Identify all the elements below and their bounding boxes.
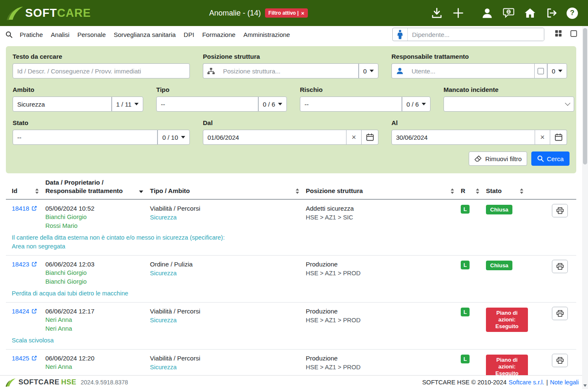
sort-icon[interactable] bbox=[476, 188, 479, 194]
al-clear-icon[interactable]: × bbox=[535, 130, 550, 145]
row-tipo: Viabilità / Percorsi bbox=[150, 354, 306, 363]
testo-input[interactable] bbox=[13, 63, 190, 78]
footer-company-link[interactable]: Softcare s.r.l. bbox=[509, 379, 544, 386]
responsabile-input[interactable] bbox=[407, 63, 535, 78]
add-icon[interactable] bbox=[452, 7, 465, 19]
nav-item-pratiche[interactable]: Pratiche bbox=[20, 31, 43, 38]
dal-calendar-icon[interactable] bbox=[362, 130, 378, 145]
row-id-link[interactable]: 18424 bbox=[12, 308, 29, 315]
row-owner[interactable]: Bianchi Giorgio bbox=[45, 269, 150, 277]
row-owner[interactable]: Neri Anna bbox=[45, 316, 150, 324]
posizione-input[interactable] bbox=[219, 63, 359, 78]
external-link-icon[interactable] bbox=[32, 355, 37, 361]
mancato-incidente-select[interactable] bbox=[444, 97, 574, 112]
nav-item-sorveglianza-sanitaria[interactable]: Sorveglianza sanitaria bbox=[114, 31, 176, 38]
responsabile-count-dropdown[interactable]: 0 bbox=[547, 63, 567, 78]
sitemap-icon bbox=[203, 63, 219, 78]
printer-icon bbox=[556, 263, 564, 270]
employee-search-input[interactable] bbox=[408, 28, 544, 41]
stato-input[interactable] bbox=[13, 130, 158, 145]
footer-legal-link[interactable]: Note legali bbox=[550, 379, 579, 386]
row-data-cell: 05/06/2024 10:52 Bianchi Giorgio Rossi M… bbox=[45, 204, 150, 230]
print-button[interactable] bbox=[552, 260, 568, 273]
status-badge: Piano di azioni: Eseguito bbox=[486, 308, 528, 332]
external-link-icon[interactable] bbox=[32, 206, 37, 211]
external-link-icon[interactable] bbox=[32, 308, 37, 314]
row-id-link[interactable]: 18418 bbox=[12, 205, 29, 212]
posizione-count: 0 bbox=[363, 68, 367, 75]
header-stato-label: Stato bbox=[486, 187, 502, 195]
print-button[interactable] bbox=[552, 354, 568, 367]
field-rischio: Rischio 0 / 6 bbox=[300, 86, 430, 112]
tipo-count-dropdown[interactable]: 0 / 6 bbox=[258, 97, 287, 112]
external-link-icon[interactable] bbox=[32, 261, 37, 267]
row-owner[interactable]: Bianchi Giorgio bbox=[45, 213, 150, 222]
ambito-count-dropdown[interactable]: 1 / 11 bbox=[112, 97, 143, 112]
nav-item-analisi[interactable]: Analisi bbox=[51, 31, 69, 38]
row-id-cell: 18418 bbox=[12, 204, 45, 212]
sort-icon[interactable] bbox=[451, 188, 454, 194]
row-id-cell: 18424 bbox=[12, 307, 45, 315]
vertical-scrollbar[interactable] bbox=[582, 26, 588, 389]
dal-clear-icon[interactable]: × bbox=[346, 130, 362, 145]
download-icon[interactable] bbox=[430, 7, 443, 19]
row-ambito: Sicurezza bbox=[150, 269, 306, 278]
print-button[interactable] bbox=[552, 204, 568, 217]
row-data-cell: 06/06/2024 12:03 Bianchi Giorgio Bianchi… bbox=[45, 260, 150, 286]
header-posizione: Posizione struttura bbox=[306, 187, 461, 195]
sort-desc-icon[interactable] bbox=[139, 191, 143, 193]
ambito-input[interactable] bbox=[13, 97, 112, 112]
testo-label: Testo da cercare bbox=[13, 53, 190, 60]
scrollbar-down-arrow-icon[interactable] bbox=[583, 384, 587, 387]
row-posizione-path: HSE > AZ1 > SIC bbox=[306, 213, 461, 222]
sort-icon[interactable] bbox=[520, 188, 523, 194]
logout-icon[interactable] bbox=[545, 7, 558, 19]
user-icon[interactable] bbox=[481, 7, 494, 19]
sort-icon[interactable] bbox=[296, 188, 299, 194]
nav-item-amministrazione[interactable]: Amministrazione bbox=[244, 31, 290, 38]
remove-filter-button[interactable]: Rimuovi filtro bbox=[469, 151, 527, 166]
language-chat-icon[interactable] bbox=[502, 7, 515, 19]
row-description: Il cantiere della ditta esterna non è ci… bbox=[6, 233, 576, 251]
app-logo[interactable]: SOFTCARE bbox=[0, 5, 91, 21]
row-id-link[interactable]: 18425 bbox=[12, 355, 29, 362]
stato-count-dropdown[interactable]: 0 / 10 bbox=[158, 130, 190, 145]
status-badge: Chiusa bbox=[486, 261, 512, 270]
help-icon[interactable]: ? bbox=[567, 8, 578, 19]
scrollbar-thumb[interactable] bbox=[583, 28, 587, 164]
row-responsible[interactable]: Neri Anna bbox=[45, 324, 150, 333]
home-icon[interactable] bbox=[524, 7, 536, 19]
dal-label: Dal bbox=[203, 119, 378, 126]
square-select-button[interactable] bbox=[570, 30, 577, 37]
nav-search-icon[interactable] bbox=[5, 31, 13, 38]
sort-icon[interactable] bbox=[35, 188, 39, 194]
row-posizione: Produzione bbox=[306, 354, 461, 363]
al-calendar-icon[interactable] bbox=[550, 130, 567, 145]
row-tipo-cell: Viabilità / Percorsi Sicurezza bbox=[150, 354, 306, 372]
nav-item-personale[interactable]: Personale bbox=[77, 31, 106, 38]
al-date-input[interactable] bbox=[391, 130, 535, 145]
dal-date-input[interactable] bbox=[203, 130, 346, 145]
posizione-count-dropdown[interactable]: 0 bbox=[359, 63, 378, 78]
row-stato-cell: Chiusa bbox=[486, 204, 530, 214]
rischio-input[interactable] bbox=[300, 97, 402, 112]
header-data-proprietario: Data / Proprietario / Responsabile tratt… bbox=[45, 178, 150, 195]
apps-grid-button[interactable] bbox=[555, 30, 562, 37]
print-button[interactable] bbox=[552, 307, 568, 320]
nav-item-dpi[interactable]: DPI bbox=[184, 31, 194, 38]
row-responsible[interactable]: Rossi Mario bbox=[45, 222, 150, 230]
row-owner[interactable]: Neri Anna bbox=[45, 363, 150, 371]
tipo-input[interactable] bbox=[156, 97, 258, 112]
row-posizione: Addetti sicurezza bbox=[306, 204, 461, 213]
responsabile-checkbox[interactable] bbox=[538, 68, 544, 74]
row-responsible[interactable]: Bianchi Giorgio bbox=[45, 277, 150, 286]
rischio-count-dropdown[interactable]: 0 / 6 bbox=[402, 97, 430, 112]
nav-item-formazione[interactable]: Formazione bbox=[202, 31, 235, 38]
footer-brand-area: SOFTCAREHSE 2024.9.5918.8378 bbox=[0, 378, 128, 387]
remove-filter-x-icon[interactable]: × bbox=[301, 10, 304, 16]
remove-filter-label: Rimuovi filtro bbox=[485, 155, 522, 162]
row-datetime: 06/06/2024 12:20 bbox=[45, 354, 150, 363]
row-id-link[interactable]: 18423 bbox=[12, 261, 29, 268]
app-header: SOFTCARE Anomalie - (14) Filtro attivo |… bbox=[0, 0, 588, 26]
search-button[interactable]: Cerca bbox=[531, 151, 570, 166]
